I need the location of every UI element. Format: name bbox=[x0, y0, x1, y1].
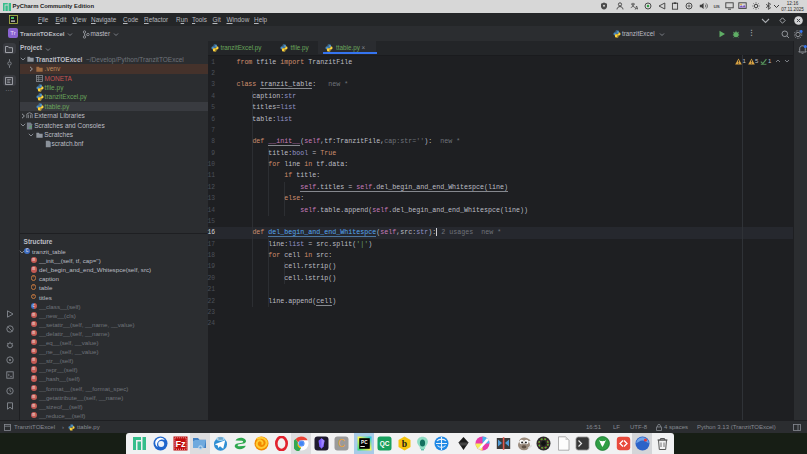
svg-text:Fz: Fz bbox=[176, 439, 186, 449]
svg-text:C: C bbox=[338, 438, 345, 449]
svg-text:Tr: Tr bbox=[10, 30, 15, 36]
svg-text:PC: PC bbox=[361, 440, 368, 445]
svg-text:QC: QC bbox=[379, 440, 389, 448]
svg-text:999: 999 bbox=[218, 437, 223, 441]
svg-text:b: b bbox=[401, 438, 406, 449]
